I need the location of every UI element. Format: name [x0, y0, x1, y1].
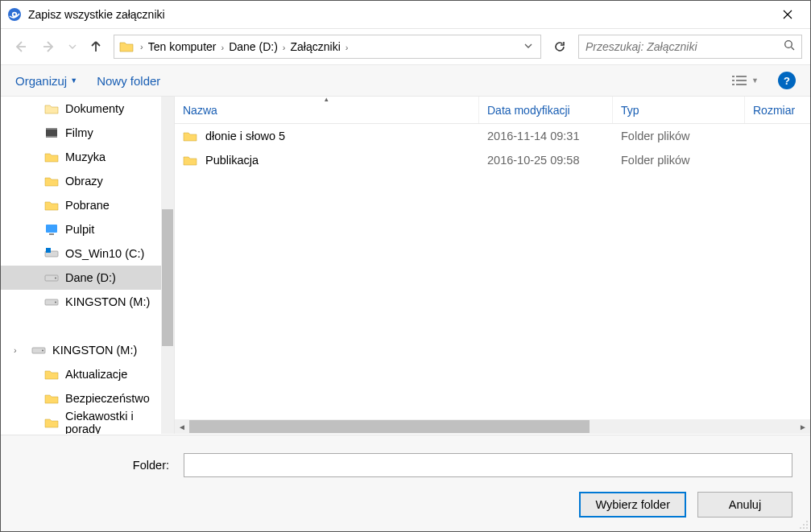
- svg-point-2: [14, 14, 16, 16]
- bottom-panel: Folder: Wybierz folder Anuluj: [1, 435, 810, 531]
- search-box[interactable]: [578, 35, 802, 59]
- svg-point-26: [800, 527, 801, 529]
- scroll-left[interactable]: ◄: [175, 423, 189, 431]
- file-name: Publikacja: [205, 154, 259, 167]
- folder-label: Folder:: [19, 459, 176, 472]
- sidebar-item-label: Obrazy: [65, 175, 103, 188]
- sidebar-item[interactable]: Ciekawostki i porady: [1, 410, 161, 434]
- folder-icon: [44, 391, 59, 406]
- breadcrumb-item[interactable]: Ten komputer: [145, 40, 220, 53]
- svg-rect-11: [46, 128, 57, 130]
- column-size[interactable]: Rozmiar: [745, 97, 810, 123]
- sidebar-item[interactable]: Pulpit: [1, 217, 161, 241]
- breadcrumb-item[interactable]: Dane (D:): [226, 40, 281, 53]
- drive-icon: [44, 295, 59, 309]
- breadcrumb-item[interactable]: Załączniki: [288, 40, 344, 53]
- file-date: 2016-11-14 09:31: [479, 130, 613, 142]
- folder-input[interactable]: [184, 453, 792, 477]
- column-name[interactable]: Nazwa: [175, 97, 479, 123]
- sidebar-item[interactable]: KINGSTON (M:): [1, 290, 161, 314]
- content-scrollbar[interactable]: ◄ ►: [175, 419, 810, 434]
- scroll-right[interactable]: ►: [796, 423, 810, 431]
- sidebar-item[interactable]: Pobrane: [1, 193, 161, 217]
- organize-label: Organizuj: [15, 74, 67, 88]
- help-label: ?: [784, 75, 790, 87]
- sidebar-item-label: OS_Win10 (C:): [65, 247, 144, 260]
- sidebar-item[interactable]: Muzyka: [1, 145, 161, 169]
- list-view-icon: [732, 75, 747, 86]
- table-row[interactable]: dłonie i słowo 52016-11-14 09:31Folder p…: [175, 124, 810, 148]
- resize-grip[interactable]: [797, 518, 809, 530]
- cancel-button[interactable]: Anuluj: [697, 492, 792, 518]
- svg-rect-9: [736, 84, 747, 85]
- chevron-right-icon[interactable]: ›: [139, 42, 145, 52]
- svg-point-25: [806, 524, 808, 526]
- pics-icon: [44, 174, 59, 188]
- address-bar[interactable]: › Ten komputer›Dane (D:)›Załączniki›: [114, 35, 541, 59]
- sidebar-item-label: Dokumenty: [65, 102, 124, 115]
- column-date[interactable]: Data modyfikacji: [479, 97, 613, 123]
- select-folder-button[interactable]: Wybierz folder: [579, 492, 686, 518]
- chevron-down-icon: ▼: [751, 76, 759, 85]
- sidebar-item-label: Ciekawostki i porady: [65, 410, 161, 434]
- organize-button[interactable]: Organizuj ▼: [15, 74, 77, 88]
- toolbar: Organizuj ▼ Nowy folder ▼ ?: [1, 64, 810, 97]
- main-area: DokumentyFilmyMuzykaObrazyPobranePulpitO…: [1, 97, 810, 434]
- sidebar-item[interactable]: Bezpieczeństwo: [1, 386, 161, 410]
- svg-rect-12: [46, 136, 57, 138]
- address-dropdown[interactable]: [519, 42, 537, 52]
- scrollbar-thumb[interactable]: [162, 209, 173, 346]
- help-button[interactable]: ?: [778, 72, 796, 89]
- chevron-right-icon[interactable]: ›: [14, 345, 17, 355]
- video-icon: [44, 126, 59, 140]
- file-list: Nazwa Data modyfikacji Typ Rozmiar dłoni…: [175, 97, 810, 434]
- close-button[interactable]: [772, 2, 804, 27]
- sidebar-item[interactable]: OS_Win10 (C:): [1, 241, 161, 266]
- view-mode-button[interactable]: ▼: [732, 75, 759, 86]
- app-icon: [7, 7, 22, 22]
- sidebar-item-label: KINGSTON (M:): [65, 295, 150, 308]
- blank-icon: [31, 319, 46, 333]
- sidebar-item[interactable]: ›KINGSTON (M:): [1, 338, 161, 362]
- up-button[interactable]: [85, 35, 107, 58]
- file-type: Folder plików: [613, 130, 745, 142]
- drive-icon: [44, 270, 59, 285]
- sidebar-item[interactable]: Filmy: [1, 121, 161, 145]
- refresh-button[interactable]: [548, 35, 572, 59]
- file-rows: dłonie i słowo 52016-11-14 09:31Folder p…: [175, 124, 810, 419]
- back-button[interactable]: [9, 35, 31, 58]
- sidebar-item-label: Dane (D:): [65, 271, 116, 284]
- forward-button[interactable]: [38, 35, 60, 58]
- sidebar-item[interactable]: Dokumenty: [1, 97, 161, 121]
- search-icon[interactable]: [784, 39, 795, 54]
- nav-bar: › Ten komputer›Dane (D:)›Załączniki›: [1, 29, 810, 64]
- column-type[interactable]: Typ: [613, 97, 745, 123]
- dl-icon: [44, 198, 59, 212]
- column-headers: Nazwa Data modyfikacji Typ Rozmiar: [175, 97, 810, 124]
- file-date: 2016-10-25 09:58: [479, 154, 613, 167]
- svg-point-24: [803, 524, 805, 526]
- window-title: Zapisz wszystkie załączniki: [28, 8, 772, 21]
- chevron-right-icon[interactable]: ›: [281, 43, 288, 52]
- chevron-right-icon[interactable]: ›: [344, 43, 350, 52]
- new-folder-button[interactable]: Nowy folder: [97, 74, 160, 88]
- svg-point-18: [55, 278, 56, 279]
- new-folder-label: Nowy folder: [97, 74, 160, 88]
- svg-point-23: [806, 521, 808, 522]
- desk-icon: [44, 222, 59, 237]
- chevron-down-icon: ▼: [70, 76, 77, 85]
- drive-win-icon: [44, 246, 59, 261]
- sidebar-scrollbar[interactable]: [161, 97, 174, 434]
- svg-point-28: [806, 527, 808, 529]
- sidebar-item[interactable]: Obrazy: [1, 169, 161, 193]
- sidebar-item[interactable]: Dane (D:): [1, 266, 161, 290]
- table-row[interactable]: Publikacja2016-10-25 09:58Folder plików: [175, 148, 810, 172]
- search-input[interactable]: [585, 40, 784, 53]
- svg-point-3: [785, 41, 792, 48]
- recent-dropdown[interactable]: [67, 35, 78, 58]
- sidebar-item-label: KINGSTON (M:): [52, 344, 137, 357]
- drive-icon: [31, 343, 46, 357]
- sidebar-item[interactable]: Aktualizacje: [1, 362, 161, 386]
- docs-icon: [44, 101, 59, 116]
- scrollbar-thumb[interactable]: [189, 420, 590, 433]
